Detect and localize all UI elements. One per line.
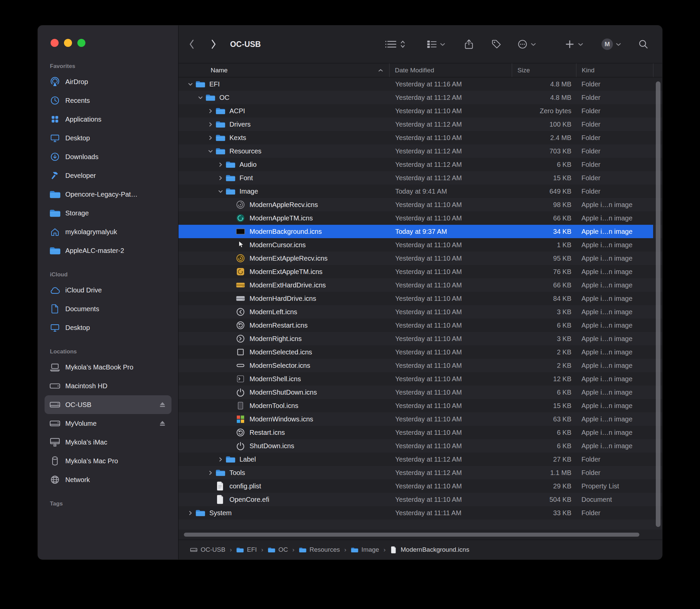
sidebar-item-mykola-s-imac[interactable]: Mykola’s iMac [45, 433, 172, 452]
close-button[interactable] [51, 39, 58, 47]
file-row-tools[interactable]: ToolsYesterday at 11:12 AM1.1 MBFolder [178, 466, 662, 480]
path-item-modernbackground-icns[interactable]: ModernBackground.icns [390, 546, 469, 554]
file-row-font[interactable]: FontYesterday at 11:12 AM15 KBFolder [178, 171, 662, 185]
file-row-kexts[interactable]: KextsYesterday at 11:10 AM2.4 MBFolder [178, 131, 662, 144]
sidebar-item-label: Downloads [65, 153, 172, 161]
file-row-image[interactable]: ImageToday at 9:41 AM649 KBFolder [178, 185, 662, 198]
file-row-modernshutdown-icns[interactable]: ModernShutDown.icnsYesterday at 11:10 AM… [178, 386, 662, 399]
column-header-size[interactable]: Size [512, 63, 576, 77]
minimize-button[interactable] [64, 39, 72, 47]
file-row-modernleft-icns[interactable]: ModernLeft.icnsYesterday at 11:10 AM3 KB… [178, 305, 662, 318]
tag-button[interactable] [491, 39, 502, 50]
file-row-modernharddrive-icns[interactable]: ModernHardDrive.icnsYesterday at 11:10 A… [178, 292, 662, 305]
path-item-image[interactable]: Image [351, 546, 379, 554]
file-row-modernappletm-icns[interactable]: ModernAppleTM.icnsYesterday at 11:10 AM6… [178, 211, 662, 225]
file-row-moderncursor-icns[interactable]: ModernCursor.icnsYesterday at 11:10 AM1 … [178, 238, 662, 251]
path-item-resources[interactable]: Resources [299, 546, 340, 554]
file-row-audio[interactable]: AudioYesterday at 11:12 AM6 KBFolder [178, 158, 662, 171]
chevron-down-icon[interactable] [616, 42, 621, 47]
more-actions-button[interactable] [517, 39, 528, 50]
sidebar-item-macintosh-hd[interactable]: Macintosh HD [45, 377, 172, 395]
disclosure-closed-icon[interactable] [215, 175, 225, 181]
profile-badge[interactable]: M [601, 38, 613, 50]
disclosure-closed-icon[interactable] [215, 161, 225, 168]
file-row-oc[interactable]: OCYesterday at 11:12 AM4.8 MBFolder [178, 91, 662, 104]
file-row-modernapplerecv-icns[interactable]: ModernAppleRecv.icnsYesterday at 11:10 A… [178, 198, 662, 211]
sidebar-item-recents[interactable]: Recents [45, 91, 172, 110]
file-row-modernright-icns[interactable]: ModernRight.icnsYesterday at 11:10 AM3 K… [178, 332, 662, 345]
horizontal-scrollbar[interactable] [184, 533, 640, 537]
path-item-oc[interactable]: OC [268, 546, 288, 554]
sidebar-item-storage[interactable]: Storage [45, 204, 172, 223]
sidebar-item-mykola-s-macbook-pro[interactable]: Mykola’s MacBook Pro [45, 358, 172, 377]
sidebar-item-mykolagrymalyuk[interactable]: mykolagrymalyuk [45, 223, 172, 241]
column-header-kind[interactable]: Kind [576, 63, 653, 77]
sidebar-item-airdrop[interactable]: AirDrop [45, 72, 172, 91]
file-row-system[interactable]: SystemYesterday at 11:11 AM33 KBFolder [178, 506, 662, 520]
disclosure-open-icon[interactable] [195, 94, 205, 101]
path-item-efi[interactable]: EFI [236, 546, 257, 554]
group-button[interactable] [426, 39, 437, 50]
file-row-label[interactable]: LabelYesterday at 11:12 AM27 KBFolder [178, 453, 662, 466]
file-row-resources[interactable]: ResourcesYesterday at 11:12 AM703 KBFold… [178, 144, 662, 158]
disclosure-open-icon[interactable] [215, 188, 225, 195]
list-view-button[interactable] [384, 39, 398, 49]
chevron-down-icon[interactable] [530, 42, 536, 47]
laptop-icon [49, 362, 60, 372]
file-row-modernselected-icns[interactable]: ModernSelected.icnsYesterday at 11:10 AM… [178, 345, 662, 359]
file-row-modernextapplerecv-icns[interactable]: ModernExtAppleRecv.icnsYesterday at 11:1… [178, 251, 662, 265]
sidebar-item-applealc-master-2[interactable]: AppleALC-master-2 [45, 241, 172, 260]
eject-icon[interactable] [159, 420, 166, 427]
forward-button[interactable] [210, 38, 217, 50]
back-button[interactable] [188, 38, 195, 50]
disclosure-closed-icon[interactable] [205, 134, 215, 141]
file-row-shutdown-icns[interactable]: ShutDown.icnsYesterday at 11:10 AM6 KBAp… [178, 439, 662, 453]
column-header-date-modified[interactable]: Date Modified [389, 63, 512, 77]
file-row-modernshell-icns[interactable]: ModernShell.icnsYesterday at 11:10 AM12 … [178, 372, 662, 386]
sidebar-item-desktop[interactable]: Desktop [45, 318, 172, 337]
file-row-moderntool-icns[interactable]: ModernTool.icnsYesterday at 11:10 AM15 K… [178, 399, 662, 412]
disclosure-closed-icon[interactable] [205, 107, 215, 114]
file-row-drivers[interactable]: DriversYesterday at 11:12 AM100 KBFolder [178, 118, 662, 131]
sidebar-item-mykola-s-mac-pro[interactable]: Mykola’s Mac Pro [45, 452, 172, 470]
sidebar-item-downloads[interactable]: Downloads [45, 147, 172, 166]
view-sort-chevrons-icon[interactable] [400, 39, 406, 49]
sidebar-item-network[interactable]: Network [45, 470, 172, 489]
sidebar-item-opencore-legacy-pat[interactable]: Opencore-Legacy-Pat… [45, 185, 172, 204]
vertical-scrollbar[interactable] [656, 82, 661, 527]
zoom-button[interactable] [77, 39, 85, 47]
sidebar-item-desktop[interactable]: Desktop [45, 129, 172, 147]
file-date: Yesterday at 11:10 AM [389, 278, 512, 292]
disclosure-open-icon[interactable] [205, 148, 215, 154]
sidebar-item-icloud-drive[interactable]: iCloud Drive [45, 281, 172, 299]
sidebar-item-documents[interactable]: Documents [45, 299, 172, 318]
disclosure-open-icon[interactable] [185, 81, 195, 87]
sidebar-item-oc-usb[interactable]: OC-USB [45, 395, 172, 414]
file-row-modernwindows-icns[interactable]: ModernWindows.icnsYesterday at 11:10 AM6… [178, 412, 662, 426]
disclosure-closed-icon[interactable] [185, 509, 195, 516]
file-row-modernextharddrive-icns[interactable]: ModernExtHardDrive.icnsYesterday at 11:1… [178, 278, 662, 292]
chevron-down-icon[interactable] [440, 42, 445, 47]
path-item-oc-usb[interactable]: OC-USB [190, 546, 225, 554]
file-row-modernrestart-icns[interactable]: ModernRestart.icnsYesterday at 11:10 AM6… [178, 318, 662, 332]
search-button[interactable] [638, 39, 649, 50]
file-row-opencore-efi[interactable]: OpenCore.efiYesterday at 11:10 AM504 KBD… [178, 493, 662, 506]
file-row-modernbackground-icns[interactable]: ModernBackground.icnsToday at 9:37 AM34 … [178, 225, 662, 238]
file-row-config-plist[interactable]: config.plistYesterday at 11:10 AM29 KBPr… [178, 480, 662, 493]
file-row-modernextappletm-icns[interactable]: ModernExtAppleTM.icnsYesterday at 11:10 … [178, 265, 662, 278]
sidebar-item-applications[interactable]: Applications [45, 110, 172, 129]
eject-icon[interactable] [159, 401, 166, 408]
file-row-modernselector-icns[interactable]: ModernSelector.icnsYesterday at 11:10 AM… [178, 359, 662, 372]
disclosure-closed-icon[interactable] [205, 121, 215, 128]
file-row-efi[interactable]: EFIYesterday at 11:16 AM4.8 MBFolder [178, 77, 662, 91]
sidebar-item-developer[interactable]: Developer [45, 166, 172, 185]
disclosure-closed-icon[interactable] [205, 469, 215, 476]
disclosure-closed-icon[interactable] [215, 456, 225, 463]
sidebar-item-myvolume[interactable]: MyVolume [45, 414, 172, 433]
file-row-acpi[interactable]: ACPIYesterday at 11:10 AMZero bytesFolde… [178, 104, 662, 118]
share-button[interactable] [463, 39, 474, 50]
column-header-name[interactable]: Name [178, 63, 389, 77]
new-item-button[interactable] [564, 39, 575, 50]
chevron-down-icon[interactable] [578, 42, 583, 47]
file-row-restart-icns[interactable]: Restart.icnsYesterday at 11:10 AM6 KBApp… [178, 426, 662, 439]
